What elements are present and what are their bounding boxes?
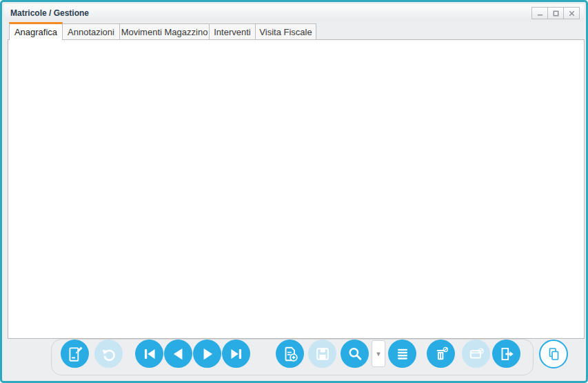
save-button [308,340,336,368]
first-record-button[interactable] [135,340,163,368]
window-slash-icon [467,345,485,363]
tab-movimenti-magazzino[interactable]: Movimenti Magazzino [120,23,210,40]
new-record-button[interactable] [276,340,304,368]
search-button[interactable] [341,340,369,368]
tab-bar: Anagrafica Annotazioni Movimenti Magazzi… [9,22,316,40]
minimize-button[interactable] [531,7,548,19]
skip-to-last-icon [227,345,245,363]
previous-record-button[interactable] [164,340,192,368]
triangle-left-icon [170,345,187,363]
hamburger-menu-icon [394,345,412,363]
copy-pages-icon [545,346,562,362]
edit-document-pencil-icon [66,345,84,363]
triangle-right-icon [199,345,216,363]
maximize-button[interactable] [547,7,564,19]
floppy-disk-icon [314,345,332,363]
close-button[interactable] [563,7,580,19]
bottom-toolbar: ▼ [4,335,584,379]
search-options-button[interactable]: ▼ [372,340,385,367]
title-bar: Matricole / Gestione [4,4,584,21]
tab-annotazioni[interactable]: Annotazioni [63,23,120,40]
list-button[interactable] [388,340,416,368]
magnifier-icon [346,345,364,363]
close-icon [568,10,576,17]
delete-button[interactable] [427,340,455,368]
skip-to-first-icon [141,345,159,363]
content-panel [8,39,585,339]
copy-button[interactable] [539,340,568,369]
undo-arrow-icon [100,345,118,363]
door-exit-icon [498,345,516,363]
undo-button [94,340,123,368]
tab-interventi[interactable]: Interventi [210,23,256,40]
exit-button[interactable] [492,340,520,368]
document-plus-icon [281,345,299,363]
app-window: Matricole / Gestione Anagrafica Annotazi… [0,0,588,383]
chevron-down-icon: ▼ [376,351,382,357]
minimize-icon [536,10,544,17]
edit-button[interactable] [61,340,89,368]
window-button [462,340,490,368]
last-record-button[interactable] [222,340,250,368]
tab-anagrafica[interactable]: Anagrafica [9,22,63,40]
tab-visita-fiscale[interactable]: Visita Fiscale [256,23,316,40]
trash-slash-icon [432,345,450,363]
maximize-icon [552,10,560,17]
next-record-button[interactable] [193,340,221,368]
window-title: Matricole / Gestione [10,8,89,18]
